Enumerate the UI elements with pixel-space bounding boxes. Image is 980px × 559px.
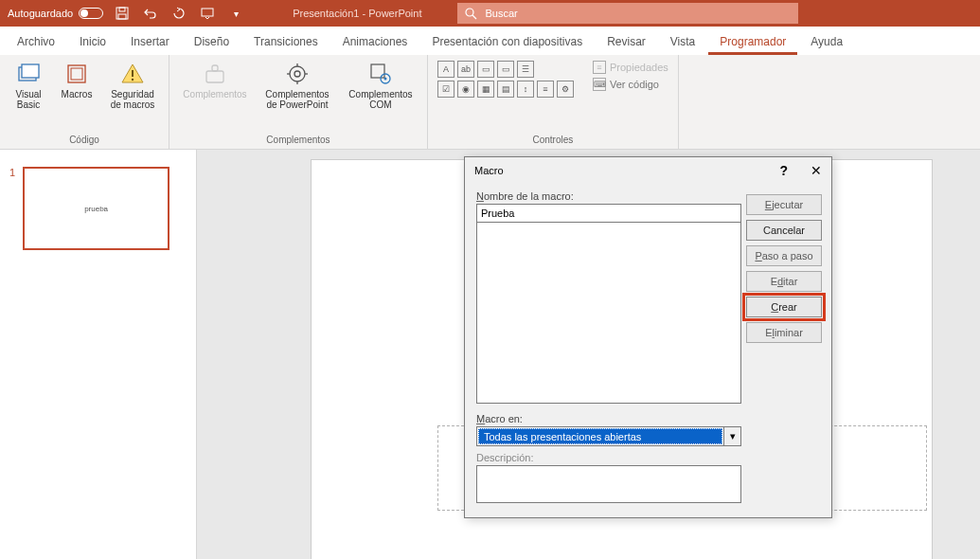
properties-icon: ≡ (593, 61, 606, 74)
step-button: Paso a paso (746, 245, 822, 266)
group-label-controls: Controles (532, 132, 573, 149)
addins-icon (202, 61, 228, 87)
group-label-code: Código (69, 132, 99, 149)
macro-in-value: Todas las presentaciones abiertas (478, 428, 722, 444)
chevron-down-icon[interactable]: ▾ (723, 427, 740, 445)
svg-line-5 (472, 15, 476, 19)
description-label: Descripción: (476, 452, 820, 463)
macros-button[interactable]: Macros (57, 61, 97, 99)
gear-icon (284, 61, 311, 87)
svg-rect-7 (22, 64, 39, 78)
run-button: Ejecutar (746, 194, 822, 215)
svg-rect-13 (212, 65, 218, 71)
visual-basic-icon (15, 61, 42, 87)
svg-rect-1 (119, 8, 125, 11)
control-scroll[interactable]: ↕ (517, 81, 534, 98)
svg-point-22 (384, 78, 387, 81)
slide-number: 1 (9, 167, 15, 250)
view-code-button[interactable]: ⌨ Ver código (593, 78, 668, 91)
ribbon-group-code: Visual Basic Macros Seguridad de macros … (0, 55, 169, 149)
addins-button: Complementos (179, 61, 251, 99)
control-combo[interactable]: ▭ (497, 61, 514, 78)
control-label[interactable]: ab (457, 61, 474, 78)
search-placeholder: Buscar (485, 8, 517, 19)
macro-list[interactable] (476, 222, 741, 404)
control-button[interactable]: ▭ (477, 61, 494, 78)
svg-rect-3 (202, 9, 213, 16)
svg-point-4 (466, 9, 473, 16)
com-gear-icon (367, 61, 394, 87)
macros-icon (63, 61, 90, 87)
dialog-buttons: Ejecutar Cancelar Paso a paso Editar Cre… (746, 194, 822, 343)
document-name: Presentación1 - PowerPoint (293, 8, 421, 19)
control-list[interactable]: ☰ (517, 61, 534, 78)
thumbnail-row[interactable]: 1 prueba (9, 167, 187, 250)
svg-point-14 (290, 66, 305, 81)
visual-basic-button[interactable]: Visual Basic (9, 61, 47, 110)
tab-inicio[interactable]: Inicio (68, 29, 117, 55)
warning-icon (119, 61, 146, 87)
ribbon: Visual Basic Macros Seguridad de macros … (0, 55, 980, 150)
macro-in-select[interactable]: Todas las presentaciones abiertas ▾ (476, 426, 741, 446)
help-icon[interactable]: ? (779, 163, 788, 178)
cancel-button[interactable]: Cancelar (746, 220, 822, 241)
tab-programador[interactable]: Programador (708, 29, 797, 55)
tab-vista[interactable]: Vista (659, 29, 706, 55)
slideshow-icon[interactable] (200, 6, 215, 21)
ribbon-group-controls: A ab ▭ ▭ ☰ ☑ ◉ ▦ ▤ ↕ ≡ ⚙ ≡ Propiedades (428, 55, 679, 149)
tabs-row: ArchivoInicioInsertarDiseñoTransicionesA… (0, 27, 980, 55)
dialog-title: Macro (474, 165, 504, 176)
description-box (476, 465, 741, 503)
svg-rect-2 (118, 14, 126, 19)
control-toggle[interactable]: ▦ (477, 81, 494, 98)
control-more[interactable]: ⚙ (557, 81, 574, 98)
autosave-label: Autoguardado (8, 8, 73, 19)
undo-icon[interactable] (143, 6, 158, 21)
tab-insertar[interactable]: Insertar (119, 29, 181, 55)
dialog-titlebar: Macro ? ✕ (465, 157, 831, 184)
tab-archivo[interactable]: Archivo (6, 29, 66, 55)
close-icon[interactable]: ✕ (811, 163, 822, 178)
controls-grid: A ab ▭ ▭ ☰ ☑ ◉ ▦ ▤ ↕ ≡ ⚙ (437, 61, 574, 98)
svg-point-11 (132, 79, 134, 81)
svg-rect-12 (206, 71, 223, 82)
tab-presentación-con-diapositivas[interactable]: Presentación con diapositivas (420, 29, 594, 55)
thumbnail-panel: 1 prueba (0, 150, 197, 559)
svg-rect-9 (71, 68, 82, 80)
redo-icon[interactable] (171, 6, 187, 21)
toggle-switch[interactable] (79, 8, 103, 19)
tab-transiciones[interactable]: Transiciones (242, 29, 330, 55)
control-check[interactable]: ☑ (437, 81, 454, 98)
control-textbox[interactable]: A (437, 61, 454, 78)
control-option[interactable]: ◉ (457, 81, 474, 98)
macro-in-label: Macro en: (476, 413, 820, 424)
qat-more-icon[interactable]: ▾ (228, 6, 243, 21)
search-icon (465, 8, 477, 20)
autosave-toggle[interactable]: Autoguardado (8, 8, 103, 19)
save-icon[interactable] (115, 6, 130, 21)
view-code-icon: ⌨ (593, 78, 606, 91)
control-spin[interactable]: ≡ (537, 81, 554, 98)
delete-button: Eliminar (746, 322, 822, 343)
search-input[interactable]: Buscar (457, 3, 798, 24)
create-button[interactable]: Crear (746, 297, 822, 317)
titlebar: Autoguardado ▾ Presentación1 - PowerPoin… (0, 0, 980, 27)
tab-ayuda[interactable]: Ayuda (799, 29, 854, 55)
com-addins-button[interactable]: Complementos COM (344, 61, 418, 110)
macro-dialog: Macro ? ✕ Nombre de la macro: Macro en: … (464, 156, 832, 518)
properties-button: ≡ Propiedades (593, 61, 668, 74)
edit-button: Editar (746, 271, 822, 292)
tab-revisar[interactable]: Revisar (596, 29, 657, 55)
macro-security-button[interactable]: Seguridad de macros (106, 61, 159, 110)
control-frame[interactable]: ▤ (497, 81, 514, 98)
tab-diseño[interactable]: Diseño (183, 29, 241, 55)
group-label-addins: Complementos (266, 132, 330, 149)
slide-thumbnail[interactable]: prueba (23, 167, 169, 250)
macro-name-input[interactable] (476, 204, 741, 223)
powerpoint-addins-button[interactable]: Complementos de PowerPoint (260, 61, 334, 110)
ribbon-group-addins: Complementos Complementos de PowerPoint … (169, 55, 428, 149)
tab-animaciones[interactable]: Animaciones (331, 29, 419, 55)
svg-point-15 (294, 71, 300, 77)
quick-access-toolbar: ▾ (115, 6, 243, 21)
